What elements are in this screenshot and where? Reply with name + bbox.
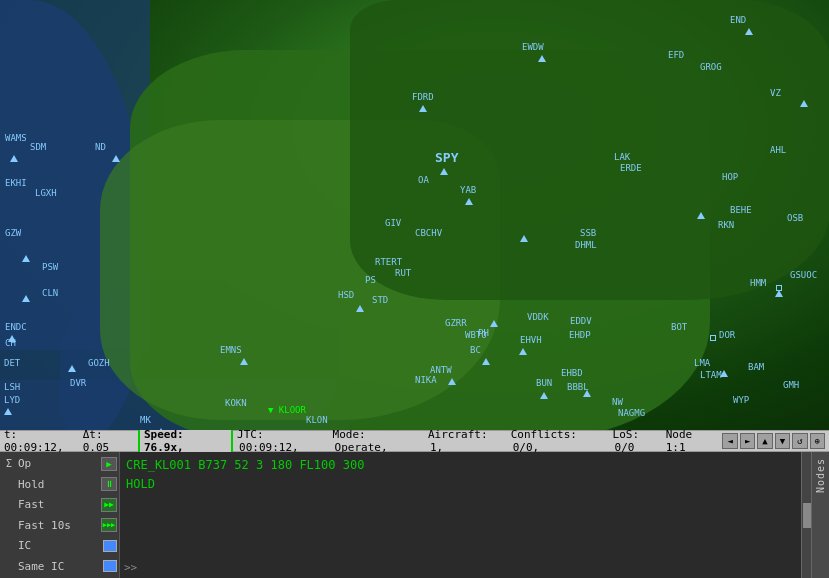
waypoint-KLON: KLON [306, 415, 328, 425]
node-label: Node 1:1 [666, 428, 717, 454]
ic-btn[interactable] [103, 540, 117, 552]
nav-refresh-btn[interactable]: ↺ [792, 433, 807, 449]
fast-btn[interactable]: ▶▶ [101, 498, 117, 512]
aircraft-triangle-BBBL [583, 390, 591, 397]
sigma-icon: Σ [2, 457, 16, 471]
fast-row: Fast ▶▶ [2, 495, 117, 515]
scrollbar-thumb[interactable] [803, 503, 811, 528]
land-east [350, 0, 829, 300]
airport-DOR [710, 335, 716, 341]
waypoint-OSB: OSB [787, 213, 803, 223]
waypoint-HMM: HMM [750, 278, 766, 288]
nav-down-btn[interactable]: ▼ [775, 433, 790, 449]
aircraft-triangle-LYD [4, 408, 12, 415]
nav-up-btn[interactable]: ▲ [757, 433, 772, 449]
same-ic-icon [2, 559, 16, 573]
nav-zoom-btn[interactable]: ⊕ [810, 433, 825, 449]
waypoint-YAB: YAB [460, 185, 476, 195]
waypoint-GIV: GIV [385, 218, 401, 228]
ic-label: IC [18, 539, 101, 552]
aircraft-triangle-PSW [22, 255, 30, 262]
fast-label: Fast [18, 498, 99, 511]
waypoint-END: END [730, 15, 746, 25]
waypoint-LMA: LMA [694, 358, 710, 368]
waypoint-RTERT: RTERT [375, 257, 402, 267]
waypoint-EDDV: EDDV [570, 316, 592, 326]
aircraft-triangle-END [745, 28, 753, 35]
waypoint-LSH: LSH [4, 382, 20, 392]
same-ic-btn[interactable] [103, 560, 117, 572]
aircraft-triangle-GOZH [68, 365, 76, 372]
waypoint-WAMS: WAMS [5, 133, 27, 143]
aircraft-triangle-LTAM [720, 370, 728, 377]
fast10s-label: Fast 10s [18, 519, 99, 532]
waypoint-PS: PS [365, 275, 376, 285]
fast10s-btn[interactable]: ▶▶▶ [101, 518, 117, 532]
same-ic-row: Same IC [2, 557, 117, 577]
map-view[interactable]: END EWDW EFD GROG VZ FDRD AHL SPY LAK ER… [0, 0, 829, 430]
left-controls: Σ Op ▶ Hold ⏸ Fast ▶▶ Fast 10s ▶▶▶ IC [0, 452, 120, 578]
main-command-area[interactable]: CRE_KL001 B737 52 3 180 FL100 300 HOLD >… [120, 452, 811, 578]
waypoint-WYP: WYP [733, 395, 749, 405]
aircraft-triangle-FDRD [419, 105, 427, 112]
waypoint-STD: STD [372, 295, 388, 305]
aircraft-triangle-CLN [22, 295, 30, 302]
waypoint-GZW: GZW [5, 228, 21, 238]
waypoint-BAM: BAM [748, 362, 764, 372]
waypoint-MK: MK [140, 415, 151, 425]
waypoint-CLN: CLN [42, 288, 58, 298]
aircraft-triangle-BUN [540, 392, 548, 399]
aircraft-triangle-SSB [520, 235, 528, 242]
scrollbar-vertical[interactable] [801, 452, 811, 578]
fast10s-icon [2, 518, 16, 532]
waypoint-SPY: SPY [435, 150, 458, 165]
waypoint-HOP: HOP [722, 172, 738, 182]
op-label: Op [18, 457, 99, 470]
waypoint-BC: BC [470, 345, 481, 355]
waypoint-WBTO: WBTO [465, 330, 487, 340]
conflicts-section: Conflicts: 0/0, [511, 428, 609, 454]
waypoint-OA: OA [418, 175, 429, 185]
waypoint-RUT: RUT [395, 268, 411, 278]
op-play-btn[interactable]: ▶ [101, 457, 117, 471]
command-input-row: >> [120, 561, 811, 574]
aircraft-triangle-ANTW [448, 378, 456, 385]
ic-icon [2, 539, 16, 553]
hold-label: Hold [18, 478, 99, 491]
aircraft-triangle-EMNS [240, 358, 248, 365]
nav-right-btn[interactable]: ► [740, 433, 755, 449]
aircraft-triangle-HMM [775, 290, 783, 297]
waypoint-EHBD: EHBD [561, 368, 583, 378]
status-right: Node 1:1 ◄ ► ▲ ▼ ↺ ⊕ [666, 428, 825, 454]
status-bar: t: 00:09:12, Δt: 0.05 Speed: 76.9x, JTC:… [0, 430, 829, 452]
aircraft-triangle-EWDW [538, 55, 546, 62]
command-prompt: >> [124, 561, 137, 574]
command-input[interactable] [139, 561, 807, 574]
fast-icon [2, 498, 16, 512]
waypoint-BUN: BUN [536, 378, 552, 388]
waypoint-EHDP: EHDP [569, 330, 591, 340]
same-ic-label: Same IC [18, 560, 101, 573]
jtc-section: JTC: 00:09:12, [237, 428, 328, 454]
waypoint-VZ: VZ [770, 88, 781, 98]
waypoint-DET: DET [4, 358, 20, 368]
aircraft-triangle-AHL [800, 100, 808, 107]
aircraft-triangle-MK [157, 428, 165, 430]
waypoint-NAGMG: NAGMG [618, 408, 645, 418]
waypoint-LGXH: LGXH [35, 188, 57, 198]
waypoint-EMNS: EMNS [220, 345, 242, 355]
waypoint-GSUOC: GSUOC [790, 270, 817, 280]
waypoint-GMH: GMH [783, 380, 799, 390]
waypoint-LYD: LYD [4, 395, 20, 405]
nav-left-btn[interactable]: ◄ [722, 433, 737, 449]
waypoint-ENDC: ENDC [5, 322, 27, 332]
waypoint-LTAM: LTAM [700, 370, 722, 380]
hold-row: Hold ⏸ [2, 475, 117, 495]
waypoint-ND: ND [95, 142, 106, 152]
waypoint-NIKA: NIKA [415, 375, 437, 385]
hold-pause-btn[interactable]: ⏸ [101, 477, 117, 491]
waypoint-AHL: AHL [770, 145, 786, 155]
aircraft-triangle-YAB [465, 198, 473, 205]
waypoint-KOKN: KOKN [225, 398, 247, 408]
waypoint-KLOOR[interactable]: ▼ KLOOR [268, 405, 306, 415]
